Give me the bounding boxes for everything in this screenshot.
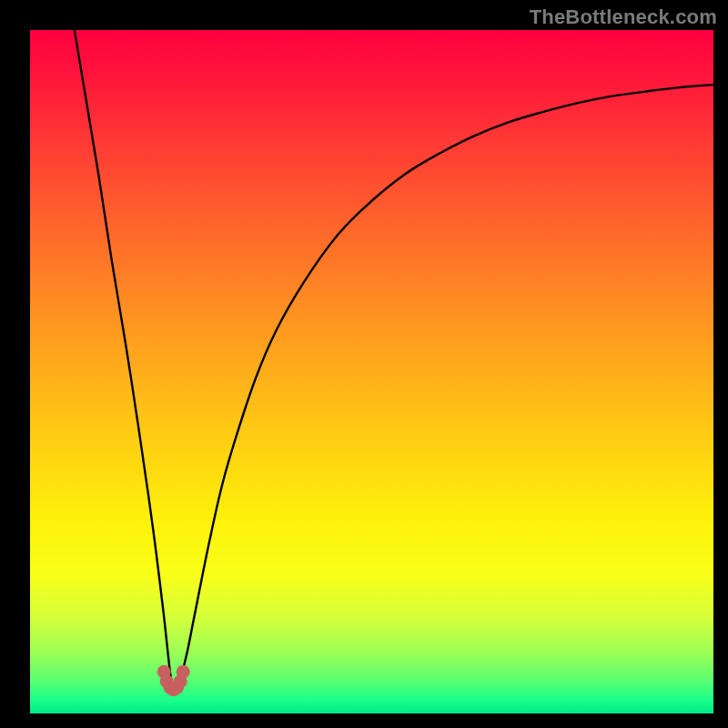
watermark-text: TheBottleneck.com xyxy=(530,5,717,29)
svg-point-6 xyxy=(177,665,190,679)
chart-frame: TheBottleneck.com xyxy=(0,0,728,728)
bottleneck-curve xyxy=(30,30,713,713)
plot-area xyxy=(30,30,713,713)
